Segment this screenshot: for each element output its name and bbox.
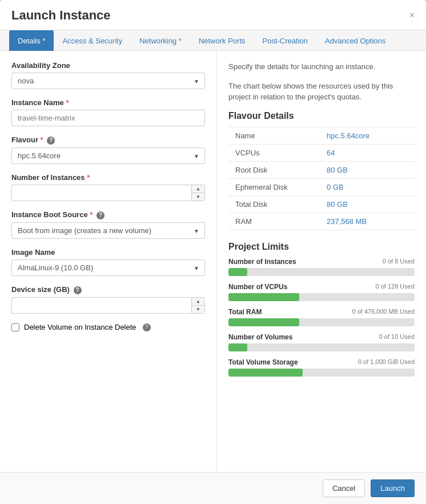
progress-bar-bg	[228, 293, 415, 301]
modal-footer: Cancel Launch	[0, 472, 426, 504]
flavour-label: Flavour * ?	[11, 135, 205, 145]
availability-zone-wrapper: nova	[11, 73, 205, 89]
device-size-group: Device size (GB) ? 500 ▲ ▼	[11, 285, 205, 314]
project-limits-title: Project Limits	[228, 242, 415, 252]
required-marker: *	[87, 173, 90, 182]
instance-name-label: Instance Name *	[11, 98, 205, 107]
table-row: RAM237,568 MB	[228, 213, 415, 230]
limit-item: Number of Instances 0 of 8 Used	[228, 258, 415, 276]
tab-access-security[interactable]: Access & Security	[54, 30, 131, 51]
required-marker: *	[41, 135, 43, 144]
limit-item: Total RAM 0 of 476,000 MB Used	[228, 308, 415, 326]
cancel-button[interactable]: Cancel	[323, 479, 365, 497]
table-row: Ephemeral Disk0 GB	[228, 178, 415, 195]
availability-zone-label: Availability Zone	[11, 61, 205, 70]
progress-bar-bg	[228, 318, 415, 326]
flavour-row-name: Ephemeral Disk	[228, 178, 320, 195]
boot-source-select-wrapper: Boot from image (creates a new volume)	[11, 222, 205, 239]
tab-details[interactable]: Details *	[9, 30, 54, 51]
availability-zone-group: Availability Zone nova	[11, 61, 205, 89]
tab-network-ports[interactable]: Network Ports	[190, 30, 254, 51]
flavour-row-value: hpc.5.64core	[320, 127, 415, 144]
limit-used: 0 of 8 Used	[383, 258, 415, 266]
limit-header: Number of VCPUs 0 of 128 Used	[228, 283, 415, 291]
progress-bar-bg	[228, 268, 415, 276]
limit-header: Number of Volumes 0 of 10 Used	[228, 333, 415, 341]
table-row: VCPUs64	[228, 144, 415, 161]
progress-bar-bg	[228, 343, 415, 351]
delete-volume-group: Delete Volume on Instance Delete ?	[11, 323, 205, 331]
limit-used: 0 of 128 Used	[376, 283, 415, 291]
limit-used: 0 of 1,000 GiB Used	[358, 358, 415, 366]
info-text-2: The chart below shows the resources used…	[228, 81, 415, 103]
delete-volume-label: Delete Volume on Instance Delete	[24, 323, 136, 331]
image-name-label: Image Name	[11, 248, 205, 257]
device-spinner-buttons: ▲ ▼	[191, 297, 205, 314]
flavour-row-name: Name	[228, 127, 320, 144]
flavour-select[interactable]: hpc.5.64core	[11, 147, 205, 164]
close-button[interactable]: ×	[409, 10, 415, 21]
limit-item: Number of Volumes 0 of 10 Used	[228, 333, 415, 351]
launch-button[interactable]: Launch	[371, 479, 415, 497]
instance-name-input[interactable]	[11, 110, 205, 126]
device-size-help-icon[interactable]: ?	[74, 286, 82, 294]
num-instances-spinner: 1 ▲ ▼	[11, 185, 205, 201]
flavour-row-value: 237,568 MB	[320, 213, 415, 230]
progress-bar-fill	[228, 369, 303, 377]
limit-name: Number of VCPUs	[228, 283, 287, 291]
boot-source-label: Instance Boot Source * ?	[11, 210, 205, 219]
num-instances-input[interactable]: 1	[11, 185, 191, 201]
progress-bar-fill	[228, 343, 247, 351]
limit-used: 0 of 10 Used	[379, 333, 415, 341]
flavour-row-name: Total Disk	[228, 195, 320, 213]
progress-bar-fill	[228, 268, 247, 276]
delete-volume-help-icon[interactable]: ?	[143, 323, 151, 331]
launch-instance-modal: Launch Instance × Details * Access & Sec…	[0, 0, 426, 504]
table-row: Total Disk80 GB	[228, 195, 415, 213]
limit-header: Number of Instances 0 of 8 Used	[228, 258, 415, 266]
flavour-row-value: 64	[320, 144, 415, 161]
left-panel: Availability Zone nova Instance Name *	[0, 51, 217, 472]
project-limits-container: Number of Instances 0 of 8 Used Number o…	[228, 258, 415, 377]
device-size-spinner: 500 ▲ ▼	[11, 297, 205, 314]
flavour-group: Flavour * ? hpc.5.64core	[11, 135, 205, 164]
boot-source-help-icon[interactable]: ?	[97, 211, 105, 219]
image-name-group: Image Name AlmaLinux-9 (10.0 GB)	[11, 248, 205, 276]
boot-source-select[interactable]: Boot from image (creates a new volume)	[11, 222, 205, 239]
device-size-down-button[interactable]: ▼	[192, 306, 204, 313]
right-panel: Specify the details for launching an ins…	[217, 51, 426, 472]
flavour-help-icon[interactable]: ?	[47, 137, 55, 145]
num-instances-label: Number of Instances *	[11, 173, 205, 182]
spinner-down-button[interactable]: ▼	[192, 193, 204, 201]
flavour-row-name: RAM	[228, 213, 320, 230]
tab-bar: Details * Access & Security Networking *…	[0, 30, 426, 51]
flavour-row-value: 80 GB	[320, 161, 415, 178]
image-name-select-wrapper: AlmaLinux-9 (10.0 GB)	[11, 259, 205, 276]
limit-item: Number of VCPUs 0 of 128 Used	[228, 283, 415, 301]
availability-zone-select[interactable]: nova	[11, 73, 205, 89]
required-marker: *	[90, 210, 93, 219]
tab-advanced-options[interactable]: Advanced Options	[316, 30, 394, 51]
limit-name: Number of Volumes	[228, 333, 292, 341]
modal-header: Launch Instance ×	[0, 0, 426, 30]
limit-used: 0 of 476,000 MB Used	[352, 308, 415, 316]
flavour-row-name: VCPUs	[228, 144, 320, 161]
limit-header: Total Volume Storage 0 of 1,000 GiB Used	[228, 358, 415, 366]
flavour-row-value: 80 GB	[320, 195, 415, 213]
flavour-details-title: Flavour Details	[228, 111, 415, 121]
limit-header: Total RAM 0 of 476,000 MB Used	[228, 308, 415, 316]
image-name-select[interactable]: AlmaLinux-9 (10.0 GB)	[11, 259, 205, 276]
tab-networking[interactable]: Networking *	[131, 30, 190, 51]
flavour-details-table: Namehpc.5.64coreVCPUs64Root Disk80 GBEph…	[228, 127, 415, 230]
modal-title: Launch Instance	[11, 8, 111, 23]
device-size-input[interactable]: 500	[11, 297, 191, 314]
progress-bar-fill	[228, 318, 299, 326]
spinner-up-button[interactable]: ▲	[192, 185, 204, 193]
device-size-up-button[interactable]: ▲	[192, 298, 204, 306]
spinner-buttons: ▲ ▼	[191, 185, 205, 201]
boot-source-group: Instance Boot Source * ? Boot from image…	[11, 210, 205, 239]
tab-post-creation[interactable]: Post-Creation	[254, 30, 316, 51]
delete-volume-checkbox[interactable]	[11, 323, 19, 331]
progress-bar-bg	[228, 369, 415, 377]
limit-name: Total Volume Storage	[228, 358, 298, 366]
